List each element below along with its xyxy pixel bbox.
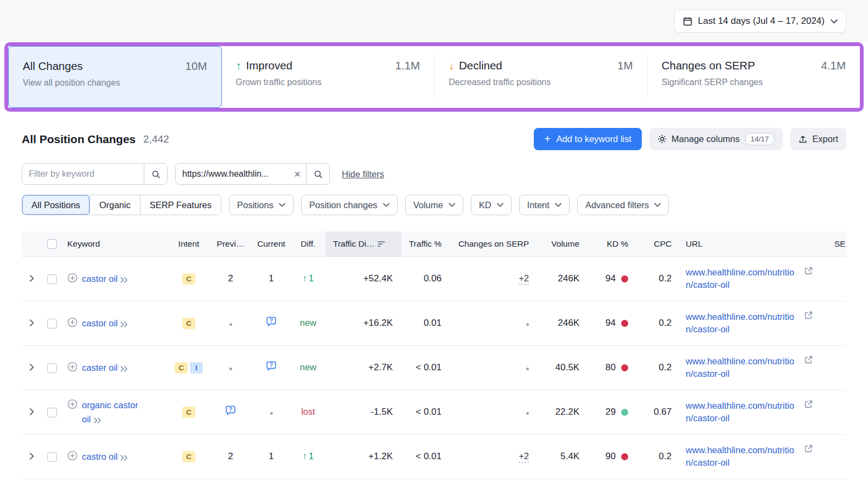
segment-serp-features[interactable]: SERP Features bbox=[140, 195, 221, 215]
column-header-se[interactable]: SE bbox=[813, 231, 846, 256]
cpc-value: 0.2 bbox=[659, 362, 672, 372]
keyword-link[interactable]: organic castor oil bbox=[82, 400, 138, 424]
export-button[interactable]: Export bbox=[790, 128, 846, 150]
external-link-icon[interactable] bbox=[805, 356, 813, 366]
expand-row-button[interactable] bbox=[27, 273, 36, 284]
tab-improved[interactable]: ↑ Improved 1.1M Grown traffic positions bbox=[222, 46, 435, 108]
column-header-traffic_diff[interactable]: Traffic Di… bbox=[326, 231, 401, 256]
kd-value: 94 bbox=[605, 318, 628, 329]
tab-changes-on-serp[interactable]: Changes on SERP 4.1M Significant SERP ch… bbox=[648, 46, 860, 108]
serp-changes-link[interactable]: +2 bbox=[519, 273, 529, 285]
cpc-value: 0.2 bbox=[659, 318, 672, 328]
expand-row-button[interactable] bbox=[27, 451, 36, 462]
volume-value: 246K bbox=[558, 318, 579, 328]
add-keyword-icon[interactable] bbox=[67, 317, 78, 327]
row-checkbox[interactable] bbox=[47, 274, 57, 284]
column-header-intent[interactable]: Intent bbox=[168, 231, 209, 256]
add-keyword-icon[interactable] bbox=[67, 362, 78, 372]
double-chevron-icon[interactable] bbox=[120, 455, 128, 461]
add-to-keyword-list-button[interactable]: + Add to keyword list bbox=[534, 128, 642, 150]
column-header-keyword[interactable]: Keyword bbox=[63, 231, 168, 256]
tab-description: Significant SERP changes bbox=[662, 78, 846, 87]
traffic-percent-value: 0.01 bbox=[424, 318, 442, 328]
tab-label: All Changes bbox=[23, 60, 83, 73]
expand-row-button[interactable] bbox=[27, 317, 36, 329]
filter-dropdown-advanced-filters[interactable]: Advanced filters bbox=[577, 195, 669, 215]
column-header-checkbox bbox=[41, 231, 63, 256]
segment-all-positions[interactable]: All Positions bbox=[22, 195, 90, 215]
date-range-label: Last 14 days (Jul 4 – 17, 2024) bbox=[698, 16, 825, 27]
column-header-volume[interactable]: Volume bbox=[534, 231, 584, 256]
column-header-url[interactable]: URL bbox=[676, 231, 813, 256]
double-chevron-icon[interactable] bbox=[120, 277, 128, 283]
tabs-highlight-annotation: All Changes 10M View all position change… bbox=[4, 42, 864, 112]
filter-dropdown-volume[interactable]: Volume bbox=[405, 195, 463, 215]
tab-all-changes[interactable]: All Changes 10M View all position change… bbox=[8, 46, 222, 108]
external-link-icon[interactable] bbox=[805, 445, 813, 455]
column-header-kd[interactable]: KD % bbox=[584, 231, 633, 256]
filter-dropdown-kd[interactable]: KD bbox=[471, 195, 512, 215]
row-checkbox[interactable] bbox=[47, 408, 57, 417]
expand-row-button[interactable] bbox=[27, 362, 36, 373]
position-diff-lost: lost bbox=[301, 407, 315, 416]
double-chevron-icon[interactable] bbox=[93, 417, 101, 423]
url-link[interactable]: www.healthline.com/nutrition/castor-oil bbox=[686, 444, 801, 469]
add-keyword-icon[interactable] bbox=[67, 399, 78, 409]
svg-text:?: ? bbox=[270, 317, 273, 324]
columns-count-badge: 14/17 bbox=[745, 133, 775, 145]
keyword-link[interactable]: castro oil bbox=[82, 452, 118, 461]
add-keyword-icon[interactable] bbox=[67, 451, 78, 461]
column-header-previous[interactable]: Previ… bbox=[209, 231, 252, 256]
row-checkbox[interactable] bbox=[47, 319, 57, 329]
expand-row-button[interactable] bbox=[27, 406, 36, 417]
serp-changes-link[interactable]: +2 bbox=[519, 451, 529, 462]
row-checkbox[interactable] bbox=[47, 452, 57, 462]
url-filter-input[interactable] bbox=[176, 164, 289, 184]
url-link[interactable]: www.healthline.com/nutrition/castor-oil bbox=[686, 266, 801, 291]
keyword-link[interactable]: castor oil bbox=[82, 274, 118, 284]
url-link[interactable]: www.healthline.com/nutrition/castor-oil bbox=[686, 400, 801, 424]
search-icon bbox=[314, 170, 323, 179]
column-header-traffic_pct[interactable]: Traffic % bbox=[401, 231, 448, 256]
url-link[interactable]: www.healthline.com/nutrition/castor-oil bbox=[686, 355, 801, 380]
column-header-current[interactable]: Current bbox=[252, 231, 291, 256]
filter-dropdown-intent[interactable]: Intent bbox=[519, 195, 570, 215]
double-chevron-icon[interactable] bbox=[120, 366, 128, 372]
question-bubble-icon: ? bbox=[266, 361, 277, 371]
row-checkbox[interactable] bbox=[47, 363, 57, 373]
column-header-serp_changes[interactable]: Changes on SERP bbox=[448, 231, 534, 256]
external-link-icon[interactable] bbox=[805, 400, 813, 411]
external-link-icon[interactable] bbox=[805, 311, 813, 322]
clear-url-icon[interactable]: × bbox=[289, 164, 306, 184]
column-header-diff[interactable]: Diff. bbox=[291, 231, 326, 256]
url-link[interactable]: www.healthline.com/nutrition/castor-oil bbox=[686, 311, 801, 336]
no-position-dot bbox=[229, 368, 232, 370]
hide-filters-link[interactable]: Hide filters bbox=[342, 169, 384, 179]
change-type-tabs: All Changes 10M View all position change… bbox=[8, 46, 860, 108]
filter-dropdown-positions[interactable]: Positions bbox=[229, 195, 293, 215]
kd-value: 94 bbox=[605, 273, 628, 284]
select-all-checkbox[interactable] bbox=[47, 239, 57, 249]
sort-desc-icon bbox=[378, 241, 385, 247]
keyword-search-button[interactable] bbox=[144, 164, 167, 184]
table-row: organic castor oilC?lost-1.5K< 0.0122.2K… bbox=[22, 390, 846, 434]
double-chevron-icon[interactable] bbox=[120, 321, 128, 327]
keyword-link[interactable]: castor oil bbox=[82, 318, 118, 328]
down-arrow-icon: ↓ bbox=[449, 60, 454, 72]
add-keyword-icon[interactable] bbox=[67, 273, 78, 283]
manage-columns-button[interactable]: Manage columns 14/17 bbox=[649, 128, 783, 150]
column-header-label: Traffic Di… bbox=[333, 239, 375, 249]
keyword-link[interactable]: caster oil bbox=[82, 363, 118, 372]
keyword-filter-input[interactable] bbox=[22, 164, 144, 184]
column-header-cpc[interactable]: CPC bbox=[633, 231, 676, 256]
tab-declined[interactable]: ↓ Declined 1M Decreased traffic position… bbox=[435, 46, 647, 108]
url-search-button[interactable] bbox=[306, 164, 329, 184]
volume-value: 5.4K bbox=[560, 451, 579, 461]
filter-dropdown-position-changes[interactable]: Position changes bbox=[301, 195, 398, 215]
tab-label: Improved bbox=[246, 59, 292, 72]
external-link-icon[interactable] bbox=[805, 267, 813, 278]
table-body: castor oilC21↑1+52.4K0.06+2246K940.2www.… bbox=[22, 256, 846, 479]
position-value: 2 bbox=[228, 451, 233, 461]
date-range-select[interactable]: Last 14 days (Jul 4 – 17, 2024) bbox=[674, 10, 846, 33]
segment-organic[interactable]: Organic bbox=[90, 195, 140, 215]
